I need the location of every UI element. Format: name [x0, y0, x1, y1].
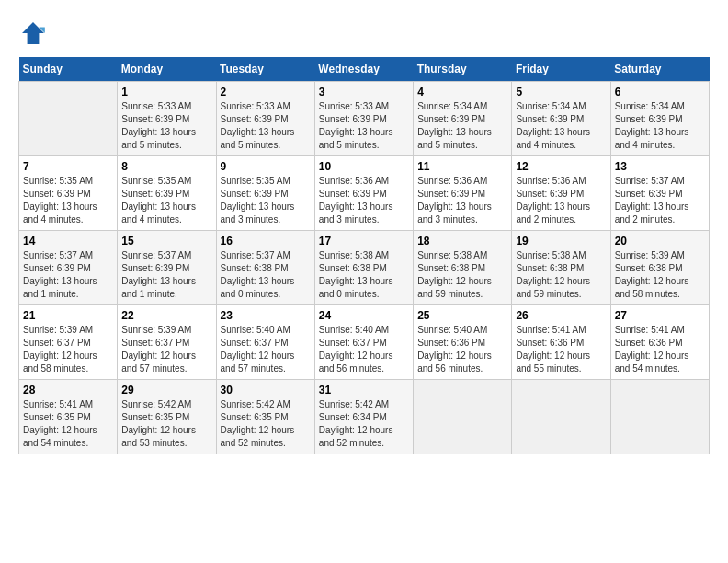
sunrise-label: Sunrise: 5:37 AM — [23, 250, 93, 260]
sunrise-label: Sunrise: 5:36 AM — [319, 176, 389, 186]
day-info: Sunrise: 5:34 AM Sunset: 6:39 PM Dayligh… — [516, 100, 606, 152]
day-number: 22 — [121, 309, 211, 322]
calendar-cell: 30 Sunrise: 5:42 AM Sunset: 6:35 PM Dayl… — [216, 380, 314, 454]
day-number: 29 — [121, 384, 211, 396]
day-info: Sunrise: 5:42 AM Sunset: 6:35 PM Dayligh… — [121, 398, 211, 450]
calendar-cell: 22 Sunrise: 5:39 AM Sunset: 6:37 PM Dayl… — [118, 305, 216, 380]
daylight-label: Daylight: 13 hours and 0 minutes. — [319, 276, 393, 299]
calendar-table: SundayMondayTuesdayWednesdayThursdayFrid… — [18, 57, 710, 454]
day-info: Sunrise: 5:39 AM Sunset: 6:38 PM Dayligh… — [615, 249, 705, 301]
sunrise-label: Sunrise: 5:40 AM — [221, 325, 290, 335]
calendar-cell: 10 Sunrise: 5:36 AM Sunset: 6:39 PM Dayl… — [314, 156, 413, 231]
sunset-label: Sunset: 6:35 PM — [23, 412, 91, 422]
sunset-label: Sunset: 6:39 PM — [121, 114, 189, 124]
calendar-cell: 1 Sunrise: 5:33 AM Sunset: 6:39 PM Dayli… — [118, 82, 216, 156]
day-info: Sunrise: 5:34 AM Sunset: 6:39 PM Dayligh… — [417, 100, 507, 152]
sunrise-label: Sunrise: 5:35 AM — [121, 176, 191, 186]
column-header-tuesday: Tuesday — [216, 57, 314, 82]
daylight-label: Daylight: 13 hours and 5 minutes. — [221, 127, 295, 150]
sunset-label: Sunset: 6:38 PM — [417, 263, 485, 273]
day-info: Sunrise: 5:33 AM Sunset: 6:39 PM Dayligh… — [221, 100, 311, 152]
calendar-cell: 15 Sunrise: 5:37 AM Sunset: 6:39 PM Dayl… — [118, 231, 216, 305]
sunset-label: Sunset: 6:39 PM — [121, 189, 189, 199]
daylight-label: Daylight: 13 hours and 4 minutes. — [615, 127, 689, 150]
sunrise-label: Sunrise: 5:38 AM — [319, 250, 389, 260]
day-info: Sunrise: 5:39 AM Sunset: 6:37 PM Dayligh… — [23, 324, 113, 375]
day-info: Sunrise: 5:36 AM Sunset: 6:39 PM Dayligh… — [516, 175, 606, 226]
day-info: Sunrise: 5:33 AM Sunset: 6:39 PM Dayligh… — [319, 100, 409, 152]
calendar-cell: 20 Sunrise: 5:39 AM Sunset: 6:38 PM Dayl… — [610, 231, 709, 305]
column-header-wednesday: Wednesday — [314, 57, 413, 82]
daylight-label: Daylight: 13 hours and 4 minutes. — [516, 127, 590, 150]
daylight-label: Daylight: 13 hours and 0 minutes. — [221, 276, 295, 299]
sunset-label: Sunset: 6:38 PM — [615, 263, 683, 273]
daylight-label: Daylight: 13 hours and 3 minutes. — [417, 201, 492, 224]
calendar-week-row: 28 Sunrise: 5:41 AM Sunset: 6:35 PM Dayl… — [19, 380, 710, 454]
calendar-cell: 12 Sunrise: 5:36 AM Sunset: 6:39 PM Dayl… — [512, 156, 610, 231]
day-number: 4 — [417, 86, 507, 98]
day-number: 19 — [516, 235, 606, 247]
calendar-cell: 19 Sunrise: 5:38 AM Sunset: 6:38 PM Dayl… — [512, 231, 610, 305]
day-number: 25 — [417, 309, 507, 322]
sunset-label: Sunset: 6:39 PM — [221, 114, 289, 124]
calendar-week-row: 1 Sunrise: 5:33 AM Sunset: 6:39 PM Dayli… — [19, 82, 710, 156]
daylight-label: Daylight: 13 hours and 5 minutes. — [121, 127, 196, 150]
calendar-cell: 3 Sunrise: 5:33 AM Sunset: 6:39 PM Dayli… — [314, 82, 413, 156]
day-number: 26 — [516, 309, 606, 322]
day-info: Sunrise: 5:35 AM Sunset: 6:39 PM Dayligh… — [221, 175, 311, 226]
sunset-label: Sunset: 6:35 PM — [221, 412, 289, 422]
sunrise-label: Sunrise: 5:35 AM — [221, 176, 290, 186]
daylight-label: Daylight: 12 hours and 59 minutes. — [516, 276, 590, 299]
day-number: 3 — [319, 86, 409, 98]
daylight-label: Daylight: 13 hours and 4 minutes. — [23, 201, 97, 224]
day-number: 7 — [23, 160, 113, 173]
sunset-label: Sunset: 6:37 PM — [319, 338, 387, 348]
calendar-cell: 23 Sunrise: 5:40 AM Sunset: 6:37 PM Dayl… — [216, 305, 314, 380]
day-info: Sunrise: 5:37 AM Sunset: 6:39 PM Dayligh… — [615, 175, 705, 226]
sunset-label: Sunset: 6:35 PM — [121, 412, 189, 422]
day-number: 15 — [121, 235, 211, 247]
sunset-label: Sunset: 6:36 PM — [615, 338, 683, 348]
day-number: 2 — [221, 86, 311, 98]
day-number: 13 — [615, 160, 705, 173]
day-number: 1 — [121, 86, 211, 98]
daylight-label: Daylight: 13 hours and 1 minute. — [121, 276, 196, 299]
day-info: Sunrise: 5:37 AM Sunset: 6:39 PM Dayligh… — [121, 249, 211, 301]
day-number: 10 — [319, 160, 409, 173]
day-info: Sunrise: 5:41 AM Sunset: 6:35 PM Dayligh… — [23, 398, 113, 450]
daylight-label: Daylight: 12 hours and 57 minutes. — [221, 350, 295, 373]
daylight-label: Daylight: 12 hours and 54 minutes. — [23, 425, 97, 448]
daylight-label: Daylight: 12 hours and 57 minutes. — [121, 350, 196, 373]
sunset-label: Sunset: 6:39 PM — [23, 263, 91, 273]
sunrise-label: Sunrise: 5:39 AM — [121, 325, 191, 335]
day-info: Sunrise: 5:38 AM Sunset: 6:38 PM Dayligh… — [319, 249, 409, 301]
daylight-label: Daylight: 13 hours and 3 minutes. — [221, 201, 295, 224]
day-number: 18 — [417, 235, 507, 247]
sunrise-label: Sunrise: 5:33 AM — [221, 101, 290, 111]
calendar-cell: 5 Sunrise: 5:34 AM Sunset: 6:39 PM Dayli… — [512, 82, 610, 156]
sunrise-label: Sunrise: 5:34 AM — [615, 101, 685, 111]
sunrise-label: Sunrise: 5:38 AM — [417, 250, 487, 260]
calendar-week-row: 21 Sunrise: 5:39 AM Sunset: 6:37 PM Dayl… — [19, 305, 710, 380]
day-info: Sunrise: 5:40 AM Sunset: 6:37 PM Dayligh… — [319, 324, 409, 375]
day-number: 24 — [319, 309, 409, 322]
day-number: 28 — [23, 384, 113, 396]
calendar-cell: 9 Sunrise: 5:35 AM Sunset: 6:39 PM Dayli… — [216, 156, 314, 231]
sunrise-label: Sunrise: 5:37 AM — [221, 250, 290, 260]
day-number: 30 — [221, 384, 311, 396]
sunset-label: Sunset: 6:38 PM — [319, 263, 387, 273]
calendar-cell: 24 Sunrise: 5:40 AM Sunset: 6:37 PM Dayl… — [314, 305, 413, 380]
day-number: 16 — [221, 235, 311, 247]
sunrise-label: Sunrise: 5:39 AM — [615, 250, 685, 260]
calendar-cell: 13 Sunrise: 5:37 AM Sunset: 6:39 PM Dayl… — [610, 156, 709, 231]
calendar-cell: 28 Sunrise: 5:41 AM Sunset: 6:35 PM Dayl… — [19, 380, 118, 454]
sunrise-label: Sunrise: 5:37 AM — [615, 176, 685, 186]
sunrise-label: Sunrise: 5:35 AM — [23, 176, 93, 186]
daylight-label: Daylight: 13 hours and 1 minute. — [23, 276, 97, 299]
daylight-label: Daylight: 12 hours and 52 minutes. — [319, 425, 393, 448]
calendar-cell: 31 Sunrise: 5:42 AM Sunset: 6:34 PM Dayl… — [314, 380, 413, 454]
sunrise-label: Sunrise: 5:42 AM — [319, 399, 389, 409]
column-header-monday: Monday — [118, 57, 216, 82]
sunrise-label: Sunrise: 5:41 AM — [516, 325, 586, 335]
calendar-cell: 7 Sunrise: 5:35 AM Sunset: 6:39 PM Dayli… — [19, 156, 118, 231]
